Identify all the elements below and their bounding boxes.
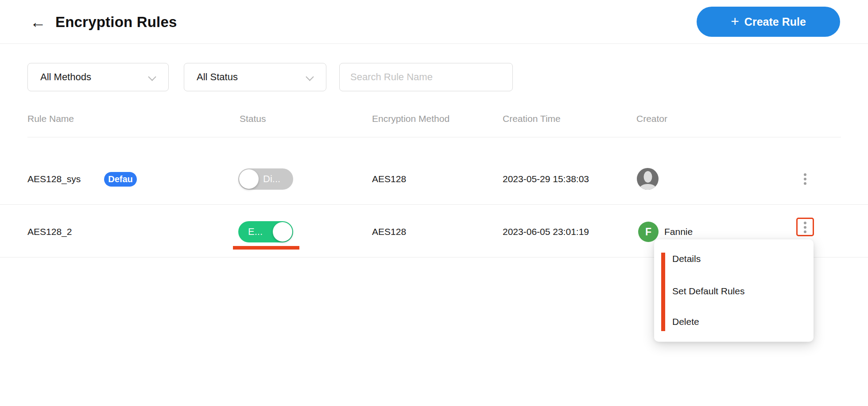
avatar-shoulders-shape	[639, 184, 656, 190]
status-annotation-underline	[233, 246, 299, 250]
back-arrow-icon[interactable]: ←	[28, 12, 48, 32]
menu-item-set-default-rules[interactable]: Set Default Rules	[672, 286, 744, 297]
kebab-annotation-box	[796, 218, 814, 236]
status-toggle[interactable]: E...	[238, 221, 293, 242]
table-row: AES128_sys Defau Di... AES128 2023-05-29…	[0, 137, 868, 205]
encryption-method: AES128	[372, 174, 406, 184]
col-header-rule-name: Rule Name	[27, 113, 74, 124]
avatar: F	[638, 222, 659, 242]
col-header-creator: Creator	[636, 113, 667, 124]
method-filter-select[interactable]: All Methods	[27, 63, 169, 91]
toggle-label: E...	[248, 226, 263, 238]
actions-context-menu: Details Set Default Rules Delete	[654, 239, 814, 342]
chevron-down-icon	[148, 73, 156, 81]
search-rule-name-input[interactable]	[339, 63, 513, 91]
col-header-encryption-method: Encryption Method	[372, 113, 450, 124]
creator-name: Fannie	[664, 226, 693, 237]
toggle-label: Di...	[263, 173, 280, 185]
chevron-down-icon	[306, 73, 314, 81]
creation-time: 2023-05-29 15:38:03	[503, 174, 589, 184]
rule-name: AES128_2	[27, 226, 72, 237]
method-filter-value: All Methods	[40, 71, 91, 83]
col-header-creation-time: Creation Time	[503, 113, 561, 124]
encryption-rules-page: ← Encryption Rules + Create Rule All Met…	[0, 0, 868, 406]
col-header-status: Status	[240, 113, 266, 124]
kebab-dot	[804, 182, 806, 185]
filter-bar: All Methods All Status	[0, 63, 868, 91]
rule-name: AES128_sys	[27, 174, 81, 184]
page-header: ← Encryption Rules + Create Rule	[0, 0, 868, 44]
kebab-dot	[804, 173, 806, 176]
search-box	[339, 63, 513, 91]
status-filter-value: All Status	[197, 71, 238, 83]
avatar-head-shape	[643, 171, 652, 183]
menu-accent-bar	[661, 253, 665, 331]
menu-item-details[interactable]: Details	[672, 254, 701, 264]
encryption-method: AES128	[372, 226, 406, 237]
page-title: Encryption Rules	[55, 14, 177, 31]
create-rule-label: Create Rule	[744, 16, 806, 28]
plus-icon: +	[731, 14, 739, 28]
creation-time: 2023-06-05 23:01:19	[503, 226, 589, 237]
more-actions-button[interactable]	[798, 170, 812, 188]
status-toggle[interactable]: Di...	[238, 168, 293, 190]
toggle-knob	[239, 169, 259, 189]
avatar	[637, 168, 659, 190]
status-filter-select[interactable]: All Status	[184, 63, 326, 91]
kebab-dot	[804, 178, 806, 180]
menu-item-delete[interactable]: Delete	[672, 316, 699, 327]
create-rule-button[interactable]: + Create Rule	[697, 7, 840, 37]
toggle-knob	[273, 222, 292, 242]
default-badge: Defau	[104, 172, 137, 187]
